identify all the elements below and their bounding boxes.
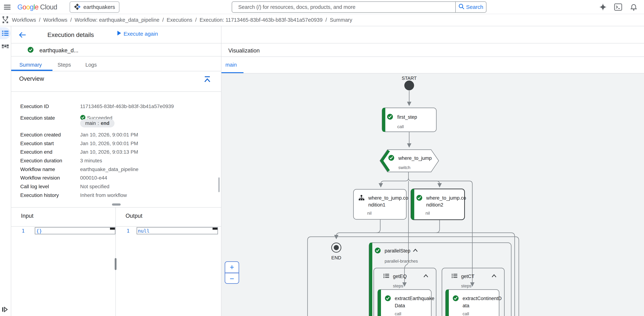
tab-logs[interactable]: Logs xyxy=(86,62,97,68)
graph-zoom-control: + − xyxy=(225,261,239,284)
breadcrumb-separator: / xyxy=(70,17,72,23)
breadcrumb-separator: / xyxy=(162,17,164,23)
collapse-node-icon[interactable] xyxy=(413,249,417,251)
tab-steps[interactable]: Steps xyxy=(58,62,71,68)
execution-name-truncated: earthquake_d... xyxy=(40,47,78,54)
collapse-node-icon[interactable] xyxy=(492,275,496,277)
logo-letter: G xyxy=(17,3,22,11)
search-bar: Search xyxy=(232,2,486,13)
node-title: Data xyxy=(395,303,405,308)
node-title: where_to_jump xyxy=(398,155,432,161)
end-label: END xyxy=(332,255,341,260)
page-header: Execution details Execute again xyxy=(11,26,644,44)
gemini-icon[interactable] xyxy=(598,3,608,12)
tab-summary[interactable]: Summary xyxy=(19,62,42,68)
node-extract-continent-data[interactable]: extractContinentD ata call xyxy=(446,289,502,316)
breadcrumb-separator: / xyxy=(326,17,327,23)
panel-scrollbar[interactable] xyxy=(218,177,220,192)
overview-row: Execution duration3 minutes xyxy=(11,158,218,165)
rail-item-workflow-dashboard[interactable] xyxy=(0,42,10,53)
breadcrumb-separator: / xyxy=(39,17,40,23)
field-label: Execution history xyxy=(20,192,59,198)
node-subtitle: parallel-branches xyxy=(384,259,418,263)
overview-row: Execution createdJan 10, 2026, 9:00:01 P… xyxy=(11,132,218,139)
input-output-resize-handle[interactable] xyxy=(115,258,116,270)
field-label: Workflow name xyxy=(20,166,55,172)
node-title: getCT xyxy=(461,274,474,279)
project-name: earthquakers xyxy=(84,4,115,10)
rail-item-executions-list[interactable] xyxy=(0,27,10,39)
node-subtitle: call xyxy=(395,311,401,316)
field-value: earthquake_data_pipeline xyxy=(80,166,138,172)
overview-row: Workflow nameearthquake_data_pipeline xyxy=(11,166,218,174)
node-first-step[interactable]: first_step call xyxy=(382,108,436,132)
node-extract-earthquake-data[interactable]: extractEarthquake Data call xyxy=(378,289,434,316)
success-check-icon xyxy=(28,47,34,54)
breadcrumb-item[interactable]: Workflows xyxy=(12,17,36,23)
visualization-panel: Visualization main xyxy=(221,44,644,316)
zoom-in-button[interactable]: + xyxy=(225,262,238,272)
logo-letter: o xyxy=(26,3,30,11)
node-title: getEQ xyxy=(393,274,407,279)
collapse-node-icon[interactable] xyxy=(424,275,428,277)
breadcrumb-item[interactable]: Workflow: earthquake_data_pipeline xyxy=(75,17,160,23)
field-value: Jan 10, 2026, 9:00:01 PM xyxy=(80,141,138,146)
tab-main[interactable]: main xyxy=(226,62,237,68)
cloud-shell-icon[interactable] xyxy=(614,3,623,12)
zoom-out-button[interactable]: − xyxy=(225,273,238,284)
back-arrow-icon[interactable] xyxy=(18,31,26,40)
field-value: 11713465-83bf-463b-b83f-3b41a57e0939 xyxy=(80,104,174,109)
node-subtitle: call xyxy=(462,311,469,316)
node-subtitle: call xyxy=(397,124,404,129)
end-node-core xyxy=(334,245,339,250)
execution-summary-panel: earthquake_d... Summary Steps Logs Overv… xyxy=(11,44,221,316)
breadcrumb-item[interactable]: Executions xyxy=(166,17,192,23)
node-where-to-jump-condition2[interactable]: where_to_jump.co ndition2 nil xyxy=(411,189,466,220)
field-value: 000010-e44 xyxy=(80,175,107,181)
logo-letter: g xyxy=(30,3,34,11)
node-title: where_to_jump.co xyxy=(368,195,408,201)
breadcrumb-item[interactable]: Execution: 11713465-83bf-463b-b83f-3b41a… xyxy=(200,17,322,23)
section-resize-handle[interactable] xyxy=(112,203,121,206)
search-icon xyxy=(458,4,464,11)
overview-row: Execution startJan 10, 2026, 9:00:01 PM xyxy=(11,141,218,148)
overview-row-execution-id: Execution ID 11713465-83bf-463b-b83f-3b4… xyxy=(11,104,218,111)
project-selector[interactable]: earthquakers xyxy=(70,2,120,13)
search-input[interactable] xyxy=(232,2,455,12)
field-label: Execution state xyxy=(20,115,55,121)
overview-section-title: Overview xyxy=(19,75,44,82)
start-label: START xyxy=(402,76,417,81)
breadcrumb-item[interactable]: Workflows xyxy=(43,17,67,23)
overview-row: Execution endJan 10, 2026, 9:03:13 PM xyxy=(11,149,218,156)
output-code[interactable]: null xyxy=(138,228,150,234)
node-title: where_to_jump.co xyxy=(426,195,466,201)
notifications-bell-icon[interactable] xyxy=(629,3,638,12)
input-editor[interactable] xyxy=(35,227,116,234)
editor-corner-mark xyxy=(110,228,115,230)
start-node[interactable] xyxy=(404,81,414,90)
breadcrumb: Workflows / Workflows / Workflow: earthq… xyxy=(0,14,644,26)
node-title: extractEarthquake xyxy=(395,296,434,301)
chip-separator: : xyxy=(98,121,99,126)
input-code[interactable]: {} xyxy=(36,228,42,234)
field-label: Execution ID xyxy=(20,104,49,109)
field-label: Call log level xyxy=(20,184,49,189)
node-where-to-jump-condition1[interactable]: where_to_jump.co ndition1 nil xyxy=(354,189,408,219)
active-tab-underline xyxy=(11,70,52,71)
left-rail xyxy=(0,26,11,316)
execute-again-button[interactable]: Execute again xyxy=(117,31,158,37)
project-icon xyxy=(74,4,80,11)
overview-row-execution-state: Execution state xyxy=(11,115,218,122)
overview-row: Call log levelNot specified xyxy=(11,184,218,191)
expand-panel-icon[interactable] xyxy=(2,306,10,314)
workflow-graph-canvas[interactable]: START END first_step call where_to_jump … xyxy=(221,74,644,316)
collapse-section-icon[interactable] xyxy=(204,76,210,84)
field-label: Workflow revision xyxy=(20,175,60,181)
overview-row: Workflow revision000010-e44 xyxy=(11,175,218,182)
node-subtitle: nil xyxy=(426,211,430,216)
panel-divider[interactable] xyxy=(221,26,222,316)
node-where-to-jump[interactable]: where_to_jump switch xyxy=(380,150,439,172)
menu-icon[interactable] xyxy=(4,4,11,11)
search-button[interactable]: Search xyxy=(455,2,486,12)
field-label: Execution start xyxy=(20,141,54,146)
